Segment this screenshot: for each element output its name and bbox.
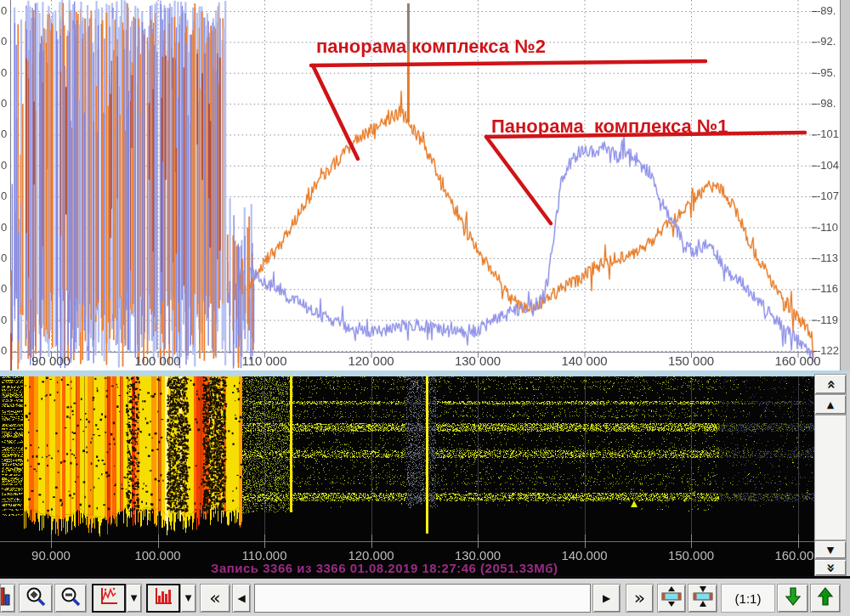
- x-tick-label: 110 000: [230, 353, 298, 368]
- left-axis-partial-label: 0: [1, 159, 7, 172]
- left-axis-partial-label: 0: [1, 66, 7, 79]
- left-axis-partial-label: 0: [1, 282, 7, 295]
- rewind-icon: «: [209, 589, 220, 608]
- spectrum-view-b-dropdown-arrow-icon: ▼: [185, 594, 192, 602]
- spectrum-b-icon: [152, 585, 174, 611]
- y-tick-label: -101: [817, 127, 840, 140]
- fast-forward-button[interactable]: »: [626, 584, 654, 613]
- left-axis-partial-label: 0: [1, 127, 7, 140]
- waterfall-x-tick-label: 90.000: [17, 548, 85, 562]
- scroll-bottom-button[interactable]: »: [814, 559, 847, 576]
- export-down-button[interactable]: [777, 584, 808, 613]
- step-forward-icon: ▶: [603, 593, 610, 603]
- y-tick-label: -98.: [817, 97, 840, 110]
- waterfall-scrollbar[interactable]: »▲▼»: [814, 374, 850, 576]
- green-up-arrow-icon: [814, 585, 836, 611]
- left-axis-partial-label: 0: [1, 314, 7, 326]
- scrollbar-track[interactable]: [814, 415, 847, 540]
- export-up-button[interactable]: [810, 584, 841, 613]
- left-axis-partial-label: 0: [1, 221, 7, 234]
- stretch-record-button[interactable]: [657, 584, 686, 613]
- green-down-arrow-icon: [782, 585, 804, 611]
- spectrum-a-icon: [98, 585, 120, 611]
- scroll-bottom-icon: »: [823, 563, 837, 573]
- zoom-out-icon: [60, 585, 82, 611]
- y-tick-label: -113: [817, 251, 840, 264]
- rewind-button[interactable]: «: [200, 584, 230, 613]
- waterfall-x-tick-label: 140.000: [551, 548, 619, 562]
- window-edge: [841, 0, 850, 376]
- scale-button[interactable]: (1:1): [721, 584, 775, 613]
- x-tick-label: 140 000: [551, 353, 619, 368]
- waterfall-canvas[interactable]: [0, 376, 850, 576]
- scroll-down-icon: ▼: [827, 545, 834, 555]
- fast-forward-icon: »: [634, 589, 645, 608]
- left-axis-partial-label: 0: [1, 189, 7, 202]
- left-axis-partial-label: 0: [1, 4, 7, 17]
- spectrum-view-a-dropdown[interactable]: ▼: [126, 584, 142, 613]
- step-back-button[interactable]: ◀: [232, 584, 251, 613]
- y-tick-label: -104: [817, 159, 840, 172]
- annotation-complex-1: Панорама_комплекса №1: [491, 116, 728, 138]
- zoom-out-button[interactable]: [54, 584, 87, 613]
- stretch-scale-button[interactable]: [688, 584, 717, 613]
- left-axis-partial-label: 0: [1, 97, 7, 110]
- scroll-top-icon: »: [823, 380, 837, 389]
- zoom-in-icon: [25, 585, 47, 611]
- y-tick-label: -107: [817, 189, 840, 202]
- signal-analyzer-window: 90 000100 000110 000120 000130 000140 00…: [0, 0, 850, 616]
- x-tick-label: 100 000: [124, 353, 192, 368]
- scroll-up-button[interactable]: ▲: [814, 394, 847, 415]
- spectrum-view-b-dropdown[interactable]: ▼: [180, 584, 196, 613]
- scale-ratio-label: (1:1): [735, 591, 762, 606]
- zoom-in-button[interactable]: [19, 584, 53, 613]
- y-tick-label: -116: [817, 282, 840, 295]
- waterfall-x-tick-label: 100.000: [124, 548, 192, 562]
- y-tick-label: -95.: [817, 66, 840, 79]
- left-axis-partial-label: 0: [1, 251, 7, 264]
- signal-levels-button[interactable]: [0, 584, 15, 613]
- y-tick-label: -122: [817, 344, 840, 357]
- left-axis-partial-label: 0: [1, 344, 7, 357]
- x-tick-label: 130 000: [444, 353, 512, 368]
- spectrum-view-a-button[interactable]: [92, 584, 126, 613]
- left-axis-partial-label: 0: [1, 35, 7, 48]
- x-tick-label: 150 000: [657, 353, 725, 368]
- stretch-horizontal-icon: [660, 585, 683, 611]
- waterfall-x-tick-label: 150.000: [657, 548, 725, 562]
- record-status-text: Запись 3366 из 3366 01.08.2019 18:27:46 …: [211, 561, 558, 575]
- spectrum-view-a-dropdown-arrow-icon: ▼: [131, 594, 138, 602]
- stretch-vertical-icon: [692, 585, 714, 611]
- spectrum-view-b-button[interactable]: [146, 584, 180, 613]
- y-tick-label: -92.: [817, 35, 840, 48]
- x-tick-label: 120 000: [337, 353, 405, 368]
- scroll-down-button[interactable]: ▼: [814, 540, 847, 559]
- toolbar: ▼▼«◀▶»(1:1): [0, 576, 850, 616]
- x-tick-label: 90 000: [17, 353, 85, 368]
- y-tick-label: -110: [817, 221, 840, 234]
- step-back-icon: ◀: [237, 593, 245, 603]
- scroll-top-button[interactable]: »: [814, 374, 847, 394]
- scroll-up-icon: ▲: [827, 400, 834, 410]
- y-tick-label: -119: [817, 314, 840, 326]
- levels-icon: [0, 585, 14, 611]
- position-panel[interactable]: [254, 584, 591, 613]
- step-forward-button[interactable]: ▶: [592, 584, 620, 613]
- annotation-complex-2: панорама комплекса №2: [316, 36, 546, 58]
- panel-separator: [0, 370, 850, 376]
- y-tick-label: -89.: [817, 4, 840, 17]
